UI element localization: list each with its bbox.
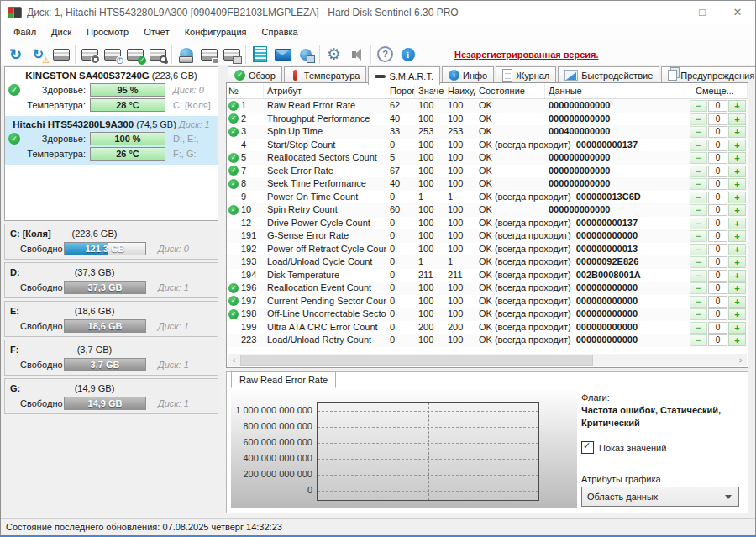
table-row[interactable]: ✓194 Disk Temperature 0 211 211 OK (всег…	[227, 269, 748, 282]
menu-item[interactable]: Файл	[6, 26, 44, 38]
offset-decrease-button[interactable]: −	[690, 282, 707, 294]
globe-disk-icon[interactable]	[175, 44, 197, 65]
offset-increase-button[interactable]: +	[728, 113, 746, 125]
column-header-value[interactable]: Значе...	[415, 83, 444, 98]
offset-increase-button[interactable]: +	[728, 244, 746, 255]
column-header-worst[interactable]: Наихуд...	[444, 83, 475, 98]
network-icon[interactable]	[294, 44, 317, 65]
table-row[interactable]: ✓198 Off-Line Uncorrectable Sector Count…	[227, 308, 748, 321]
tab-temperature[interactable]: Температура	[284, 66, 367, 83]
offset-decrease-button[interactable]: −	[690, 256, 707, 268]
tab-performance[interactable]: Быстродействие	[558, 66, 659, 83]
partition-item[interactable]: G: (14,9 GB) Свободно 14,9 GB Диск: 1	[4, 378, 218, 414]
offset-decrease-button[interactable]: −	[690, 334, 707, 346]
column-header-number[interactable]: №	[227, 83, 264, 98]
table-row[interactable]: ✓199 Ultra ATA CRC Error Count 0 200 200…	[227, 321, 748, 334]
table-row[interactable]: ✓5 Reallocated Sectors Count 5 100 100 O…	[227, 151, 748, 165]
offset-increase-button[interactable]: +	[728, 218, 746, 229]
column-header-attribute[interactable]: Атрибут	[264, 83, 386, 98]
partition-item[interactable]: F: (3,7 GB) Свободно 3,7 GB Диск: 1	[4, 340, 218, 376]
scrollbar-thumb[interactable]	[240, 355, 593, 366]
horizontal-scrollbar[interactable]	[228, 354, 747, 366]
offset-increase-button[interactable]: +	[728, 296, 746, 308]
offset-decrease-button[interactable]: −	[690, 230, 707, 242]
offset-increase-button[interactable]: +	[728, 270, 746, 282]
offset-increase-button[interactable]: +	[728, 256, 746, 268]
disk-check-icon[interactable]	[123, 44, 146, 65]
table-row[interactable]: ✓4 Start/Stop Count 0 100 100 OK (всегда…	[227, 139, 748, 152]
offset-increase-button[interactable]: +	[728, 322, 746, 334]
offset-increase-button[interactable]: +	[728, 230, 746, 242]
menu-item[interactable]: Диск	[44, 26, 79, 38]
separator[interactable]	[370, 45, 371, 64]
device-item-kingston[interactable]: KINGSTON SA400S37240G (223,6 GB) ✓ Здоро…	[5, 67, 218, 116]
offset-increase-button[interactable]: +	[728, 334, 746, 346]
column-header-offset[interactable]: Смеще...	[692, 83, 746, 98]
table-row[interactable]: ✓197 Current Pending Sector Count 0 100 …	[227, 295, 748, 308]
offset-decrease-button[interactable]: −	[690, 178, 707, 190]
offset-decrease-button[interactable]: −	[690, 322, 707, 334]
separator[interactable]	[319, 45, 320, 64]
offset-increase-button[interactable]: +	[728, 140, 746, 151]
minimize-button[interactable]: –	[649, 1, 685, 24]
table-row[interactable]: ✓10 Spin Retry Count 60 100 100 OK 00000…	[227, 203, 748, 217]
refresh-icon[interactable]	[4, 44, 27, 65]
journal-icon[interactable]	[249, 44, 271, 65]
disk-usb-icon[interactable]	[197, 44, 220, 65]
offset-increase-button[interactable]: +	[728, 204, 746, 216]
refresh-warning-icon[interactable]	[27, 44, 50, 65]
table-row[interactable]: ✓9 Power On Time Count 0 1 1 OK (всегда …	[227, 191, 748, 204]
table-row[interactable]: ✓1 Raw Read Error Rate 62 100 100 OK 000…	[227, 99, 748, 113]
offset-decrease-button[interactable]: −	[690, 113, 707, 125]
table-row[interactable]: ✓12 Drive Power Cycle Count 0 100 100 OK…	[227, 217, 748, 230]
tab-journal[interactable]: Журнал	[496, 66, 556, 83]
menu-item[interactable]: Просмотр	[79, 26, 136, 38]
offset-increase-button[interactable]: +	[728, 308, 746, 320]
tab-overview[interactable]: Обзор	[228, 66, 282, 83]
show-values-option[interactable]: Показ значений	[581, 441, 739, 454]
offset-increase-button[interactable]: +	[728, 178, 746, 190]
separator[interactable]	[171, 45, 172, 64]
tab-info[interactable]: Инфо	[442, 66, 494, 83]
offset-decrease-button[interactable]: −	[690, 166, 707, 177]
offset-increase-button[interactable]: +	[728, 152, 746, 164]
menu-item[interactable]: Конфигурация	[177, 26, 255, 38]
table-row[interactable]: ✓2 Throughput Performance 40 100 100 OK …	[227, 113, 748, 126]
scroll-right-arrow[interactable]	[734, 354, 747, 366]
close-button[interactable]: ✕	[720, 1, 755, 24]
disk-search-icon[interactable]	[146, 44, 169, 65]
offset-increase-button[interactable]: +	[728, 166, 746, 177]
column-header-threshold[interactable]: Порог	[386, 83, 415, 98]
menu-item[interactable]: Справка	[255, 26, 306, 38]
offset-decrease-button[interactable]: −	[690, 218, 707, 229]
scroll-left-arrow[interactable]	[228, 354, 240, 366]
offset-decrease-button[interactable]: −	[690, 126, 707, 138]
offset-increase-button[interactable]: +	[728, 100, 746, 112]
info-icon[interactable]	[396, 44, 419, 65]
disk-power-icon[interactable]	[78, 44, 101, 65]
offset-decrease-button[interactable]: −	[690, 296, 707, 308]
partition-item[interactable]: D: (37,3 GB) Свободно 37,3 GB Диск: 1	[4, 262, 218, 298]
tab-smart[interactable]: S.M.A.R.T.	[368, 66, 440, 85]
graph-attributes-dropdown[interactable]: Область данных	[581, 487, 739, 507]
menu-item[interactable]: Отчёт	[136, 26, 176, 38]
unregistered-version-link[interactable]: Незарегистрированная версия.	[454, 50, 599, 60]
offset-decrease-button[interactable]: −	[690, 140, 707, 151]
table-row[interactable]: ✓191 G-Sense Error Rate 0 100 100 OK (вс…	[227, 229, 748, 243]
settings-gear-icon[interactable]	[323, 44, 345, 65]
disk-hardware-icon[interactable]	[220, 44, 243, 65]
offset-increase-button[interactable]: +	[728, 192, 746, 203]
offset-decrease-button[interactable]: −	[690, 152, 707, 164]
offset-decrease-button[interactable]: −	[690, 204, 707, 216]
offset-decrease-button[interactable]: −	[690, 308, 707, 320]
offset-decrease-button[interactable]: −	[690, 244, 707, 255]
offset-decrease-button[interactable]: −	[690, 100, 707, 112]
column-header-status[interactable]: Состояние	[475, 83, 545, 98]
offset-increase-button[interactable]: +	[728, 282, 746, 294]
table-row[interactable]: ✓223 Load/Unload Retry Count 0 100 100 O…	[227, 334, 748, 347]
table-row[interactable]: ✓192 Power off Retract Cycle Count 0 100…	[227, 243, 748, 256]
help-icon[interactable]	[374, 44, 396, 65]
tab-alerts[interactable]: Предупреждения	[661, 66, 756, 83]
table-row[interactable]: ✓196 Reallocation Event Count 0 100 100 …	[227, 282, 748, 295]
offset-decrease-button[interactable]: −	[690, 192, 707, 203]
